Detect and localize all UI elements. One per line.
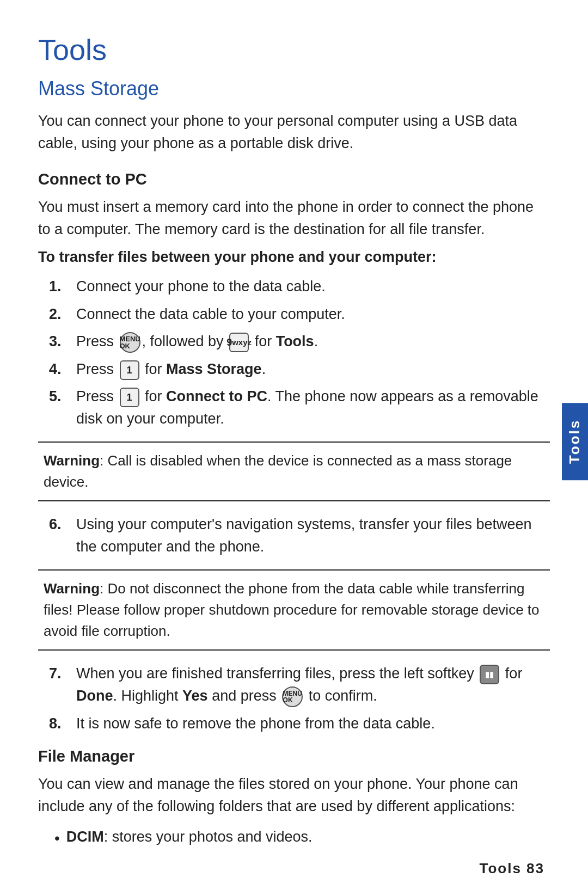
connect-to-pc-heading: Connect to PC bbox=[38, 170, 550, 188]
step-3-num: 3. bbox=[49, 330, 76, 353]
dcim-bold: DCIM bbox=[66, 829, 104, 845]
menu-ok-icon: MENUOK bbox=[282, 686, 303, 707]
step-1: 1. Connect your phone to the data cable. bbox=[49, 275, 550, 298]
step-4: 4. Press 1 for Mass Storage. bbox=[49, 358, 550, 381]
side-tab-label: Tools bbox=[567, 419, 584, 464]
steps-list-3: 7. When you are finished transferring fi… bbox=[49, 663, 550, 734]
step-2-text: Connect the data cable to your computer. bbox=[76, 303, 550, 326]
warning-box-2: Warning: Do not disconnect the phone fro… bbox=[38, 569, 550, 651]
step-5: 5. Press 1 for Connect to PC. The phone … bbox=[49, 385, 550, 430]
bullet-dcim: • DCIM: stores your photos and videos. bbox=[54, 826, 550, 850]
steps-list-2: 6. Using your computer's navigation syst… bbox=[49, 513, 550, 557]
page-title: Tools bbox=[38, 33, 550, 66]
warning-text-2: : Do not disconnect the phone from the d… bbox=[44, 580, 540, 639]
warning-label-1: Warning bbox=[44, 452, 100, 469]
connect-pc-bold: Connect to PC bbox=[166, 388, 267, 404]
warning-box-1: Warning: Call is disabled when the devic… bbox=[38, 442, 550, 501]
step-2: 2. Connect the data cable to your comput… bbox=[49, 303, 550, 326]
step-3-content: Press MENUOK, followed by 9wxyz for Tool… bbox=[76, 330, 550, 353]
step-5-content: Press 1 for Connect to PC. The phone now… bbox=[76, 385, 550, 430]
page-container: Tools Mass Storage You can connect your … bbox=[0, 0, 588, 883]
page-footer: Tools 83 bbox=[479, 860, 544, 877]
yes-bold: Yes bbox=[182, 688, 208, 704]
step-8-num: 8. bbox=[49, 713, 76, 735]
steps-list: 1. Connect your phone to the data cable.… bbox=[49, 275, 550, 430]
step-8: 8. It is now safe to remove the phone fr… bbox=[49, 713, 550, 735]
step-4-content: Press 1 for Mass Storage. bbox=[76, 358, 550, 381]
connect-to-pc-section: Connect to PC You must insert a memory c… bbox=[38, 170, 550, 734]
step-8-text: It is now safe to remove the phone from … bbox=[76, 713, 550, 735]
step-6: 6. Using your computer's navigation syst… bbox=[49, 513, 550, 557]
step-7-num: 7. bbox=[49, 663, 76, 685]
step-2-num: 2. bbox=[49, 303, 76, 326]
step-1-num: 1. bbox=[49, 275, 76, 298]
connect-pc-intro: You must insert a memory card into the p… bbox=[38, 196, 550, 240]
file-manager-section: File Manager You can view and manage the… bbox=[38, 747, 550, 850]
warning-text-1: : Call is disabled when the device is co… bbox=[44, 452, 512, 490]
num1-key-icon-4: 1 bbox=[120, 360, 139, 380]
mass-storage-bold: Mass Storage bbox=[166, 361, 262, 377]
step-3: 3. Press MENUOK, followed by 9wxyz for T… bbox=[49, 330, 550, 353]
menu-key-icon: MENUOK bbox=[120, 332, 140, 353]
bullet-dot-icon: • bbox=[54, 827, 60, 850]
intro-text: You can connect your phone to your perso… bbox=[38, 110, 550, 154]
file-manager-heading: File Manager bbox=[38, 747, 550, 765]
step-4-num: 4. bbox=[49, 358, 76, 381]
step-7-content: When you are finished transferring files… bbox=[76, 663, 550, 707]
step-7: 7. When you are finished transferring fi… bbox=[49, 663, 550, 707]
step-1-text: Connect your phone to the data cable. bbox=[76, 275, 550, 298]
warning-label-2: Warning bbox=[44, 580, 100, 597]
side-tab: Tools bbox=[562, 403, 588, 480]
step-6-text: Using your computer's navigation systems… bbox=[76, 513, 550, 557]
softkey-icon: ▮▮ bbox=[480, 665, 499, 684]
instruction-heading: To transfer files between your phone and… bbox=[38, 249, 550, 266]
bullet-dcim-text: DCIM: stores your photos and videos. bbox=[66, 826, 313, 848]
step-6-num: 6. bbox=[49, 513, 76, 536]
file-manager-bullets: • DCIM: stores your photos and videos. bbox=[54, 826, 550, 850]
section-title: Mass Storage bbox=[38, 77, 550, 100]
tools-bold: Tools bbox=[276, 333, 314, 349]
file-manager-intro: You can view and manage the files stored… bbox=[38, 773, 550, 817]
num9-key-icon: 9wxyz bbox=[229, 333, 249, 352]
num1-key-icon-5: 1 bbox=[120, 388, 139, 407]
done-bold: Done bbox=[76, 688, 113, 704]
step-5-num: 5. bbox=[49, 385, 76, 408]
